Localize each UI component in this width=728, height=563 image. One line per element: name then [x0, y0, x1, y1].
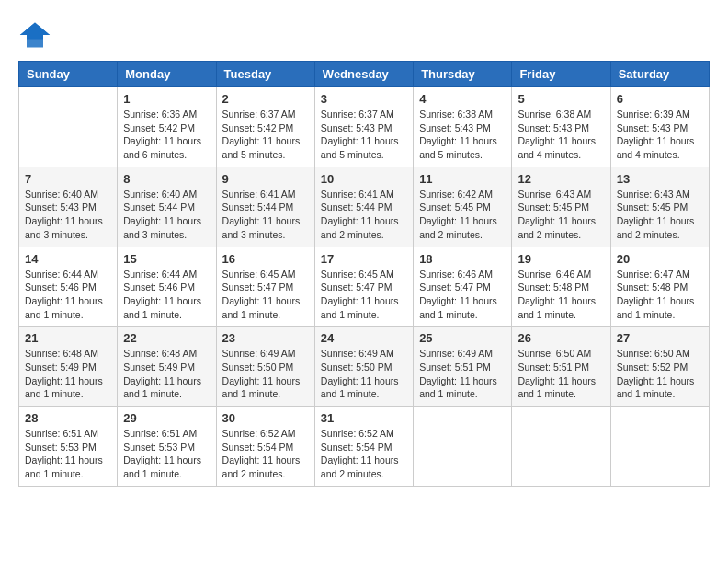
day-number: 22 — [123, 331, 210, 345]
day-info: Sunrise: 6:46 AM Sunset: 5:47 PM Dayligh… — [419, 268, 506, 322]
calendar-cell: 16Sunrise: 6:45 AM Sunset: 5:47 PM Dayli… — [216, 247, 314, 327]
day-number: 28 — [25, 411, 111, 425]
calendar-cell: 11Sunrise: 6:42 AM Sunset: 5:45 PM Dayli… — [414, 167, 512, 247]
calendar-header-sunday: Sunday — [19, 62, 118, 87]
calendar-header-saturday: Saturday — [610, 62, 709, 87]
calendar-header-row: SundayMondayTuesdayWednesdayThursdayFrid… — [19, 62, 710, 87]
calendar-cell — [610, 407, 709, 487]
calendar-header-monday: Monday — [118, 62, 216, 87]
calendar-week-row: 1Sunrise: 6:36 AM Sunset: 5:42 PM Daylig… — [19, 87, 710, 167]
calendar-cell: 6Sunrise: 6:39 AM Sunset: 5:43 PM Daylig… — [610, 87, 709, 167]
day-info: Sunrise: 6:37 AM Sunset: 5:43 PM Dayligh… — [321, 108, 407, 162]
day-number: 27 — [617, 331, 703, 345]
day-number: 30 — [222, 411, 309, 425]
calendar-cell: 27Sunrise: 6:50 AM Sunset: 5:52 PM Dayli… — [610, 327, 709, 407]
day-number: 11 — [419, 172, 506, 186]
calendar-cell: 3Sunrise: 6:37 AM Sunset: 5:43 PM Daylig… — [314, 87, 413, 167]
day-info: Sunrise: 6:36 AM Sunset: 5:42 PM Dayligh… — [123, 108, 210, 162]
calendar-cell: 26Sunrise: 6:50 AM Sunset: 5:51 PM Dayli… — [512, 327, 610, 407]
calendar-cell: 4Sunrise: 6:38 AM Sunset: 5:43 PM Daylig… — [414, 87, 512, 167]
calendar-week-row: 28Sunrise: 6:51 AM Sunset: 5:53 PM Dayli… — [19, 407, 710, 487]
calendar-cell: 21Sunrise: 6:48 AM Sunset: 5:49 PM Dayli… — [19, 327, 118, 407]
day-number: 9 — [222, 172, 309, 186]
day-info: Sunrise: 6:49 AM Sunset: 5:51 PM Dayligh… — [419, 347, 506, 401]
day-info: Sunrise: 6:45 AM Sunset: 5:47 PM Dayligh… — [222, 268, 309, 322]
day-info: Sunrise: 6:51 AM Sunset: 5:53 PM Dayligh… — [123, 427, 210, 481]
calendar-header-tuesday: Tuesday — [216, 62, 314, 87]
calendar-cell: 17Sunrise: 6:45 AM Sunset: 5:47 PM Dayli… — [314, 247, 413, 327]
page-header — [18, 18, 710, 52]
calendar-cell: 2Sunrise: 6:37 AM Sunset: 5:42 PM Daylig… — [216, 87, 314, 167]
calendar-cell: 19Sunrise: 6:46 AM Sunset: 5:48 PM Dayli… — [512, 247, 610, 327]
day-number: 16 — [222, 252, 309, 266]
calendar-header-friday: Friday — [512, 62, 610, 87]
calendar-cell: 1Sunrise: 6:36 AM Sunset: 5:42 PM Daylig… — [118, 87, 216, 167]
day-number: 6 — [617, 92, 703, 106]
calendar-cell: 25Sunrise: 6:49 AM Sunset: 5:51 PM Dayli… — [414, 327, 512, 407]
day-number: 4 — [419, 92, 506, 106]
day-number: 31 — [321, 411, 407, 425]
calendar-cell: 31Sunrise: 6:52 AM Sunset: 5:54 PM Dayli… — [314, 407, 413, 487]
calendar-cell: 10Sunrise: 6:41 AM Sunset: 5:44 PM Dayli… — [314, 167, 413, 247]
day-number: 17 — [321, 252, 407, 266]
day-info: Sunrise: 6:44 AM Sunset: 5:46 PM Dayligh… — [25, 268, 111, 322]
day-info: Sunrise: 6:51 AM Sunset: 5:53 PM Dayligh… — [25, 427, 111, 481]
day-number: 18 — [419, 252, 506, 266]
day-number: 23 — [222, 331, 309, 345]
day-number: 19 — [518, 252, 604, 266]
day-number: 3 — [321, 92, 407, 106]
day-number: 20 — [617, 252, 703, 266]
calendar-cell: 5Sunrise: 6:38 AM Sunset: 5:43 PM Daylig… — [512, 87, 610, 167]
day-number: 10 — [321, 172, 407, 186]
day-info: Sunrise: 6:48 AM Sunset: 5:49 PM Dayligh… — [25, 347, 111, 401]
day-number: 24 — [321, 331, 407, 345]
calendar-cell: 15Sunrise: 6:44 AM Sunset: 5:46 PM Dayli… — [118, 247, 216, 327]
calendar-cell: 20Sunrise: 6:47 AM Sunset: 5:48 PM Dayli… — [610, 247, 709, 327]
logo-icon — [18, 18, 51, 52]
day-info: Sunrise: 6:40 AM Sunset: 5:44 PM Dayligh… — [123, 188, 210, 242]
day-number: 14 — [25, 252, 111, 266]
day-number: 7 — [25, 172, 111, 186]
day-info: Sunrise: 6:48 AM Sunset: 5:49 PM Dayligh… — [123, 347, 210, 401]
day-info: Sunrise: 6:49 AM Sunset: 5:50 PM Dayligh… — [222, 347, 309, 401]
day-number: 25 — [419, 331, 506, 345]
calendar-header-thursday: Thursday — [414, 62, 512, 87]
day-info: Sunrise: 6:47 AM Sunset: 5:48 PM Dayligh… — [617, 268, 703, 322]
day-info: Sunrise: 6:42 AM Sunset: 5:45 PM Dayligh… — [419, 188, 506, 242]
day-info: Sunrise: 6:46 AM Sunset: 5:48 PM Dayligh… — [518, 268, 604, 322]
calendar-cell: 28Sunrise: 6:51 AM Sunset: 5:53 PM Dayli… — [19, 407, 118, 487]
calendar-week-row: 7Sunrise: 6:40 AM Sunset: 5:43 PM Daylig… — [19, 167, 710, 247]
day-number: 12 — [518, 172, 604, 186]
day-info: Sunrise: 6:52 AM Sunset: 5:54 PM Dayligh… — [222, 427, 309, 481]
day-info: Sunrise: 6:50 AM Sunset: 5:52 PM Dayligh… — [617, 347, 703, 401]
day-number: 2 — [222, 92, 309, 106]
calendar-cell — [19, 87, 118, 167]
calendar-cell: 9Sunrise: 6:41 AM Sunset: 5:44 PM Daylig… — [216, 167, 314, 247]
calendar-cell — [414, 407, 512, 487]
calendar-cell: 29Sunrise: 6:51 AM Sunset: 5:53 PM Dayli… — [118, 407, 216, 487]
day-number: 8 — [123, 172, 210, 186]
calendar-cell: 14Sunrise: 6:44 AM Sunset: 5:46 PM Dayli… — [19, 247, 118, 327]
day-info: Sunrise: 6:45 AM Sunset: 5:47 PM Dayligh… — [321, 268, 407, 322]
day-info: Sunrise: 6:37 AM Sunset: 5:42 PM Dayligh… — [222, 108, 309, 162]
calendar-cell: 23Sunrise: 6:49 AM Sunset: 5:50 PM Dayli… — [216, 327, 314, 407]
day-number: 13 — [617, 172, 703, 186]
calendar-table: SundayMondayTuesdayWednesdayThursdayFrid… — [18, 61, 710, 487]
day-number: 29 — [123, 411, 210, 425]
day-info: Sunrise: 6:41 AM Sunset: 5:44 PM Dayligh… — [321, 188, 407, 242]
day-info: Sunrise: 6:49 AM Sunset: 5:50 PM Dayligh… — [321, 347, 407, 401]
day-number: 15 — [123, 252, 210, 266]
day-info: Sunrise: 6:52 AM Sunset: 5:54 PM Dayligh… — [321, 427, 407, 481]
calendar-cell: 13Sunrise: 6:43 AM Sunset: 5:45 PM Dayli… — [610, 167, 709, 247]
day-number: 1 — [123, 92, 210, 106]
calendar-cell: 12Sunrise: 6:43 AM Sunset: 5:45 PM Dayli… — [512, 167, 610, 247]
day-info: Sunrise: 6:43 AM Sunset: 5:45 PM Dayligh… — [518, 188, 604, 242]
day-info: Sunrise: 6:38 AM Sunset: 5:43 PM Dayligh… — [518, 108, 604, 162]
logo — [18, 18, 55, 52]
day-info: Sunrise: 6:50 AM Sunset: 5:51 PM Dayligh… — [518, 347, 604, 401]
calendar-cell: 30Sunrise: 6:52 AM Sunset: 5:54 PM Dayli… — [216, 407, 314, 487]
calendar-cell: 8Sunrise: 6:40 AM Sunset: 5:44 PM Daylig… — [118, 167, 216, 247]
day-info: Sunrise: 6:41 AM Sunset: 5:44 PM Dayligh… — [222, 188, 309, 242]
calendar-week-row: 14Sunrise: 6:44 AM Sunset: 5:46 PM Dayli… — [19, 247, 710, 327]
calendar-cell: 22Sunrise: 6:48 AM Sunset: 5:49 PM Dayli… — [118, 327, 216, 407]
